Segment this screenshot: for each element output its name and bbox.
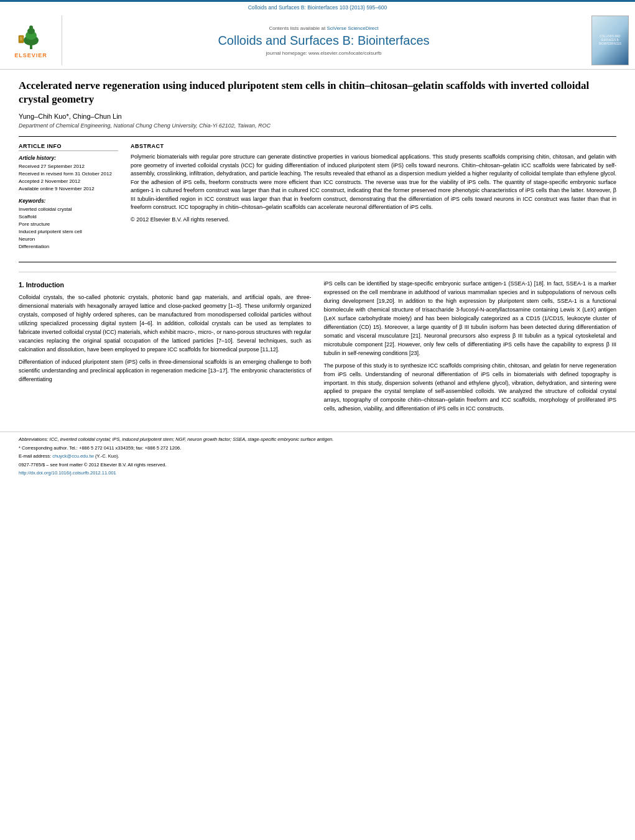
article-title: Accelerated nerve regeneration using ind… (19, 79, 616, 106)
email-note: E-mail address: chuyck@ccu.edu.tw (Y.-C.… (19, 453, 616, 459)
email-link[interactable]: chuyck@ccu.edu.tw (52, 453, 94, 459)
svg-rect-5 (19, 35, 24, 43)
body-left-col: 1. Introduction Colloidal crystals, the … (19, 280, 312, 417)
sciverse-link[interactable]: SciVerse ScienceDirect (327, 25, 378, 31)
body-right-col: iPS cells can be identified by stage-spe… (324, 280, 617, 417)
keywords-label: Keywords: (19, 198, 118, 204)
accepted-date: Accepted 2 November 2012 (19, 178, 118, 185)
article-info-heading: ARTICLE INFO (19, 143, 118, 151)
elsevier-wordmark: ELSEVIER (14, 52, 47, 58)
elsevier-tree-icon (16, 23, 47, 51)
journal-homepage: journal homepage: www.elsevier.com/locat… (266, 50, 382, 56)
keyword-2: Scaffold (19, 213, 118, 221)
section1-title: 1. Introduction (19, 280, 312, 290)
journal-title: Colloids and Surfaces B: Biointerfaces (218, 34, 429, 48)
available-date: Available online 9 November 2012 (19, 185, 118, 193)
email-suffix: (Y.-C. Kuo). (95, 453, 119, 459)
article-info-block: ARTICLE INFO Article history: Received 2… (19, 143, 118, 256)
article-info-abstract-section: ARTICLE INFO Article history: Received 2… (19, 136, 616, 262)
body-separator (19, 272, 616, 272)
body-text-section: 1. Introduction Colloidal crystals, the … (19, 280, 616, 417)
cover-image: COLLOIDS AND SURFACES B:BIOINTERFACES (591, 16, 629, 65)
abstract-text: Polymeric biomaterials with regular pore… (131, 153, 616, 212)
issn-line: 0927-7765/$ – see front matter © 2012 El… (19, 462, 616, 468)
journal-citation-bar: Colloids and Surfaces B: Biointerfaces 1… (0, 0, 635, 12)
keyword-3: Pore structure (19, 221, 118, 228)
abstract-heading: ABSTRACT (131, 143, 616, 149)
keyword-4: Induced pluripotent stem cell (19, 228, 118, 236)
abstract-block: ABSTRACT Polymeric biomaterials with reg… (131, 143, 616, 256)
abbreviations-note: Abbreviations: ICC, inverted colloidal c… (19, 436, 616, 443)
revised-date: Received in revised form 31 October 2012 (19, 170, 118, 178)
journal-title-block: Contents lists available at SciVerse Sci… (62, 16, 585, 65)
body-para-3: iPS cells can be identified by stage-spe… (324, 280, 617, 358)
email-label: E-mail address: (19, 453, 51, 459)
affiliation-line: Department of Chemical Engineering, Nati… (19, 122, 616, 129)
cover-text: COLLOIDS AND SURFACES B:BIOINTERFACES (594, 35, 626, 46)
journal-cover: COLLOIDS AND SURFACES B:BIOINTERFACES (585, 16, 629, 65)
keyword-5: Neuron (19, 236, 118, 243)
body-para-2: Differentiation of induced pluripotent s… (19, 358, 312, 384)
article-content: Accelerated nerve regeneration using ind… (0, 70, 635, 427)
doi-line: http://dx.doi.org/10.1016/j.colsurfb.201… (19, 470, 616, 476)
body-para-1: Colloidal crystals, the so-called photon… (19, 293, 312, 354)
body-para-4: The purpose of this study is to synthesi… (324, 362, 617, 414)
keyword-1: Inverted colloidal crystal (19, 206, 118, 213)
corresponding-note: * Corresponding author. Tel.: +886 5 272… (19, 445, 616, 451)
history-label: Article history: (19, 155, 118, 161)
footer-section: Abbreviations: ICC, inverted colloidal c… (0, 432, 635, 479)
received-date: Received 27 September 2012 (19, 163, 118, 170)
journal-header: ELSEVIER Contents lists available at Sci… (0, 12, 635, 70)
sciverse-line: Contents lists available at SciVerse Sci… (269, 25, 378, 31)
journal-citation-text: Colloids and Surfaces B: Biointerfaces 1… (248, 4, 387, 11)
doi-link[interactable]: http://dx.doi.org/10.1016/j.colsurfb.201… (19, 470, 116, 476)
article-history: Article history: Received 27 September 2… (19, 155, 118, 193)
copyright-line: © 2012 Elsevier B.V. All rights reserved… (131, 216, 616, 224)
elsevier-logo-block: ELSEVIER (6, 16, 62, 65)
keyword-6: Differentiation (19, 243, 118, 251)
svg-point-4 (29, 25, 33, 29)
authors-line: Yung–Chih Kuo*, Ching–Chun Lin (19, 113, 616, 120)
keywords-block: Keywords: Inverted colloidal crystal Sca… (19, 198, 118, 251)
